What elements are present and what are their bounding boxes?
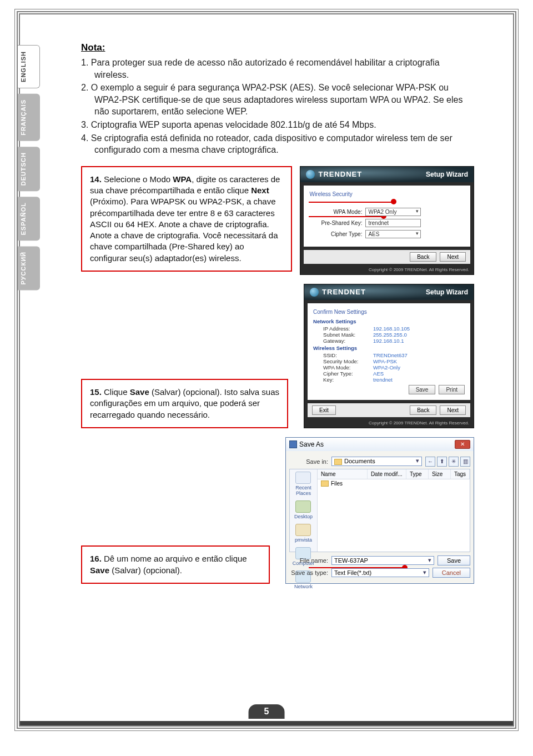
- cip-label: Cipher Type:: [323, 371, 373, 377]
- savetype-select[interactable]: Text File(*.txt): [331, 568, 429, 577]
- wizard-title: Setup Wizard: [426, 288, 468, 296]
- page-footer-bar: [20, 721, 513, 725]
- next-button[interactable]: Next: [440, 252, 466, 262]
- brand-logo: TRENDNET: [306, 170, 362, 179]
- copyright: Copyright © 2009 TRENDNet. All Rights Re…: [300, 267, 474, 274]
- filename-label: File name:: [289, 557, 328, 564]
- save-as-dialog: Save As ✕ Save in: Documents ← ⬆ ✳ ▥: [285, 437, 474, 584]
- savetype-label: Save as type:: [289, 569, 328, 576]
- back-nav-icon[interactable]: ←: [425, 457, 435, 467]
- col-name[interactable]: Name: [318, 469, 368, 479]
- back-button[interactable]: Back: [410, 405, 436, 415]
- nota-item: 4. Se criptografia está definida no rote…: [81, 132, 474, 156]
- save-file-button[interactable]: Save: [438, 555, 470, 565]
- ssid-label: SSID:: [323, 352, 373, 358]
- nota-item: 2. O exemplo a seguir é para segurança W…: [81, 82, 474, 118]
- wpa-mode-select[interactable]: WPA2 Only: [365, 208, 421, 216]
- up-nav-icon[interactable]: ⬆: [437, 457, 447, 467]
- key-label: Key:: [323, 377, 373, 383]
- savein-label: Save in:: [289, 458, 328, 465]
- gw-label: Gateway:: [323, 338, 373, 344]
- col-type[interactable]: Type: [406, 469, 429, 479]
- step-16-box: 16. Dê um nome ao arquivo e então clique…: [81, 545, 270, 584]
- step-16-row: 16. Dê um nome ao arquivo e então clique…: [81, 437, 474, 584]
- file-row[interactable]: Files: [318, 479, 470, 488]
- tab-english[interactable]: ENGLISH: [18, 45, 40, 88]
- page-number: 5: [249, 704, 285, 719]
- psk-label: Pre-Shared Key:: [309, 220, 362, 226]
- tab-francais[interactable]: FRANÇAIS: [18, 94, 40, 141]
- tab-deutsch[interactable]: DEUTSCH: [18, 147, 40, 191]
- sec-value: WPA-PSK: [373, 358, 397, 364]
- disk-icon: [289, 440, 297, 448]
- nota-title: Nota:: [81, 42, 474, 53]
- setup-wizard-confirm: TRENDNET Setup Wizard Confirm New Settin…: [304, 284, 474, 428]
- wizard-header: TRENDNET Setup Wizard: [304, 284, 474, 300]
- key-value: trendnet: [373, 377, 393, 383]
- section-title: Wireless Security: [309, 191, 465, 197]
- col-size[interactable]: Size: [429, 469, 451, 479]
- section-title: Confirm New Settings: [313, 309, 465, 315]
- wpa-mode-label: WPA Mode:: [309, 209, 362, 215]
- gw-value: 192.168.10.1: [373, 338, 404, 344]
- file-list-header: Name Date modif... Type Size Tags: [318, 469, 470, 479]
- ip-value: 192.168.10.105: [373, 326, 410, 332]
- dialog-title: Save As: [299, 440, 324, 448]
- net-settings-header: Network Settings: [313, 318, 465, 324]
- places-bar: Recent Places Desktop pmvista Computer N…: [290, 469, 318, 552]
- step-15-row: 15. Clique Save (Salvar) (opcional). Ist…: [81, 284, 474, 428]
- dialog-titlebar: Save As ✕: [286, 438, 474, 451]
- place-pmvista[interactable]: pmvista: [295, 524, 312, 543]
- ip-label: IP Address:: [323, 326, 373, 332]
- step-14-box: 14. Selecione o Modo WPA, digite os cara…: [81, 166, 292, 272]
- place-desktop[interactable]: Desktop: [294, 500, 313, 519]
- cipher-label: Cipher Type:: [309, 231, 362, 237]
- step-14-row: 14. Selecione o Modo WPA, digite os cara…: [81, 166, 474, 275]
- savein-select[interactable]: Documents: [331, 457, 422, 466]
- print-button[interactable]: Print: [439, 385, 465, 394]
- tab-russian[interactable]: РУССКИЙ: [18, 246, 40, 290]
- col-date[interactable]: Date modif...: [368, 469, 406, 479]
- nota-item: 3. Criptografia WEP suporta apenas veloc…: [81, 119, 474, 131]
- views-icon[interactable]: ▥: [460, 457, 470, 467]
- step-15-box: 15. Clique Save (Salvar) (opcional). Ist…: [81, 379, 288, 428]
- back-button[interactable]: Back: [410, 252, 436, 262]
- close-icon[interactable]: ✕: [455, 440, 470, 449]
- folder-icon: [334, 459, 342, 465]
- language-tabs: ENGLISH FRANÇAIS DEUTSCH ESPAÑOL РУССКИЙ: [18, 45, 40, 291]
- tab-espanol[interactable]: ESPAÑOL: [18, 197, 40, 241]
- nota-block: Nota: 1. Para proteger sua rede de acess…: [81, 42, 474, 156]
- wizard-header: TRENDNET Setup Wizard: [300, 167, 474, 182]
- sec-label: Security Mode:: [323, 358, 373, 364]
- cipher-select[interactable]: AES: [365, 230, 421, 238]
- next-button[interactable]: Next: [440, 405, 466, 415]
- psk-input[interactable]: trendnet: [365, 219, 421, 227]
- filename-input[interactable]: TEW-637AP: [331, 556, 434, 565]
- newfolder-icon[interactable]: ✳: [449, 457, 459, 467]
- ssid-value: TRENDnet637: [373, 352, 408, 358]
- folder-icon: [321, 480, 329, 487]
- cancel-file-button[interactable]: Cancel: [433, 568, 470, 578]
- wizard-title: Setup Wizard: [426, 171, 468, 178]
- setup-wizard-security: TRENDNET Setup Wizard Wireless Security …: [300, 166, 474, 275]
- mask-value: 255.255.255.0: [373, 332, 407, 338]
- wpa-label: WPA Mode:: [323, 364, 373, 371]
- mask-label: Subnet Mask:: [323, 332, 373, 338]
- brand-logo: TRENDNET: [310, 288, 366, 297]
- save-button[interactable]: Save: [409, 385, 436, 394]
- place-recent[interactable]: Recent Places: [290, 472, 317, 496]
- nota-item: 1. Para proteger sua rede de acesso não …: [81, 57, 474, 81]
- wpa-value: WPA2-Only: [373, 364, 400, 371]
- col-tags[interactable]: Tags: [451, 469, 470, 479]
- cip-value: AES: [373, 371, 384, 377]
- copyright: Copyright © 2009 TRENDNet. All Rights Re…: [304, 420, 474, 428]
- wl-settings-header: Wireless Settings: [313, 345, 465, 351]
- exit-button[interactable]: Exit: [312, 405, 336, 415]
